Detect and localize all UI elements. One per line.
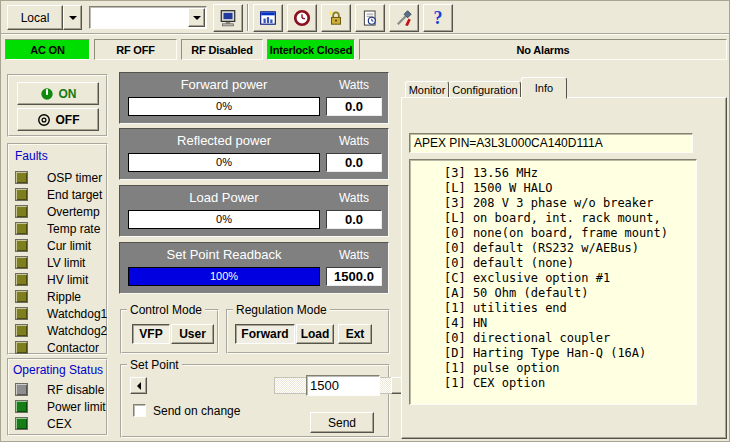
- config-line[interactable]: [3] 13.56 MHz: [444, 166, 696, 181]
- fault-led: [15, 171, 28, 184]
- status-label: CEX: [47, 417, 72, 431]
- regulation-forward-button[interactable]: Forward: [235, 324, 295, 344]
- meter-unit: Watts: [326, 248, 382, 262]
- fault-row: HV limit: [15, 273, 107, 288]
- config-line[interactable]: [0] default (RS232 w/AEBus): [444, 241, 696, 256]
- send-on-change-label: Send on change: [153, 404, 240, 418]
- tab-info-label: Info: [535, 82, 553, 94]
- power-button-group: ON OFF: [7, 74, 108, 137]
- meter-progressbar: 0%: [128, 153, 320, 172]
- meter-title: Reflected power: [128, 133, 320, 148]
- load-label: Load: [301, 327, 330, 341]
- control-mode-user-button[interactable]: User: [171, 324, 214, 344]
- send-button[interactable]: Send: [310, 412, 374, 433]
- power-off-icon: [37, 113, 51, 127]
- status-ac-label: AC ON: [30, 44, 64, 56]
- rf-on-label: ON: [59, 87, 77, 101]
- set-point-scrollbar[interactable]: [130, 377, 296, 394]
- fault-row: Watchdog1: [15, 307, 107, 322]
- device-combobox-input[interactable]: [92, 9, 188, 27]
- fault-led: [15, 324, 28, 337]
- fault-led: [15, 290, 28, 303]
- status-interlock: Interlock Closed: [267, 39, 355, 60]
- config-line[interactable]: [L] 1500 W HALO: [444, 181, 696, 196]
- device-combobox-dropdown-button[interactable]: [188, 8, 205, 27]
- fault-label: LV limit: [47, 256, 85, 270]
- config-line[interactable]: [0] directional coupler: [444, 331, 696, 346]
- regulation-load-button[interactable]: Load: [296, 324, 334, 344]
- tab-info[interactable]: Info: [521, 77, 567, 99]
- status-label: RF disable: [47, 383, 104, 397]
- status-rf-label: RF OFF: [116, 44, 155, 56]
- operating-status-group: Operating Status RF disable Power limit …: [7, 358, 108, 436]
- tools-button[interactable]: [389, 4, 419, 32]
- status-alarms: No Alarms: [359, 39, 727, 60]
- meter-progressbar: 100%: [128, 267, 320, 286]
- meter-value: 0.0: [326, 210, 382, 229]
- reflected-power-meter: Reflected power Watts 0% 0.0: [119, 128, 389, 180]
- user-label: User: [179, 327, 206, 341]
- set-point-group: Set Point Send on change Send: [120, 364, 390, 438]
- control-mode-vfp-button[interactable]: VFP: [132, 324, 170, 344]
- config-line[interactable]: [3] 208 V 3 phase w/o breaker: [444, 196, 696, 211]
- config-line[interactable]: [A] 50 Ohm (default): [444, 286, 696, 301]
- ext-label: Ext: [346, 327, 365, 341]
- event-log-button[interactable]: [355, 4, 385, 32]
- fault-label: HV limit: [47, 273, 88, 287]
- meter-progressbar: 0%: [128, 210, 320, 229]
- send-on-change-checkbox[interactable]: [133, 404, 146, 417]
- fault-led: [15, 222, 28, 235]
- tools-icon: [395, 9, 413, 27]
- control-mode-group: Control Mode VFP User: [120, 309, 219, 354]
- meter-unit: Watts: [326, 134, 382, 148]
- connect-button[interactable]: [213, 4, 243, 32]
- security-button[interactable]: [321, 4, 351, 32]
- load-power-meter: Load Power Watts 0% 0.0: [119, 185, 389, 237]
- fault-label: Cur limit: [47, 239, 91, 253]
- regulation-mode-title: Regulation Mode: [233, 304, 330, 316]
- config-line[interactable]: [D] Harting Type Han-Q (16A): [444, 346, 696, 361]
- config-line[interactable]: [0] default (none): [444, 256, 696, 271]
- help-icon: ?: [434, 8, 443, 29]
- config-listbox[interactable]: [3] 13.56 MHz [L] 1500 W HALO [3] 208 V …: [409, 159, 697, 405]
- apex-pin-field[interactable]: APEX PIN=A3L3L000CA140D111A: [409, 133, 693, 153]
- config-line[interactable]: [C] exclusive option #1: [444, 271, 696, 286]
- operating-status-row: CEX: [15, 417, 107, 432]
- tab-configuration-label: Configuration: [452, 84, 517, 96]
- rf-on-button[interactable]: ON: [17, 82, 99, 105]
- config-line[interactable]: [1] CEX option: [444, 376, 696, 391]
- vfp-panel-button[interactable]: [253, 4, 283, 32]
- config-line[interactable]: [1] pulse option: [444, 361, 696, 376]
- timer-button[interactable]: [287, 4, 317, 32]
- fault-row: LV limit: [15, 256, 107, 271]
- rf-off-button[interactable]: OFF: [17, 108, 99, 131]
- meter-value: 0.0: [326, 97, 382, 116]
- chevron-down-icon: [193, 16, 201, 20]
- tab-configuration[interactable]: Configuration: [449, 81, 521, 98]
- status-led: [15, 383, 28, 396]
- config-line[interactable]: [L] on board, int. rack mount,: [444, 211, 696, 226]
- fault-led: [15, 341, 28, 354]
- status-label: Power limit: [47, 400, 106, 414]
- device-combobox[interactable]: [89, 6, 207, 29]
- config-line[interactable]: [1] utilities end: [444, 301, 696, 316]
- help-button[interactable]: ?: [423, 4, 453, 32]
- fault-led: [15, 256, 28, 269]
- set-point-input[interactable]: [306, 375, 380, 396]
- tab-monitor[interactable]: Monitor: [405, 81, 449, 98]
- scrollbar-left-button[interactable]: [130, 377, 147, 394]
- local-mode-button[interactable]: Local: [7, 5, 63, 30]
- regulation-ext-button[interactable]: Ext: [338, 324, 372, 344]
- fault-label: Ripple: [47, 290, 81, 304]
- meter-value: 0.0: [326, 153, 382, 172]
- tab-monitor-label: Monitor: [409, 84, 446, 96]
- log-icon: [361, 9, 379, 27]
- faults-group: Faults OSP timer End target Overtemp Tem…: [7, 143, 108, 355]
- meter-progressbar: 0%: [128, 97, 320, 116]
- config-line[interactable]: [0] none(on board, frame mount): [444, 226, 696, 241]
- regulation-mode-group: Regulation Mode Forward Load Ext: [226, 309, 390, 354]
- fault-led: [15, 205, 28, 218]
- config-line[interactable]: [4] HN: [444, 316, 696, 331]
- forward-power-meter: Forward power Watts 0% 0.0: [119, 72, 389, 124]
- local-mode-dropdown-button[interactable]: [63, 5, 82, 30]
